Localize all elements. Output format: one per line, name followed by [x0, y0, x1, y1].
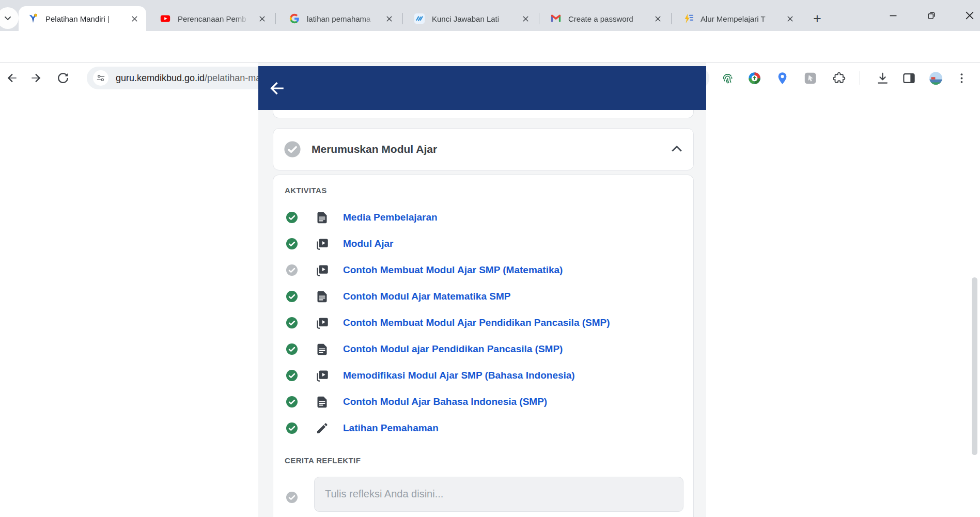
gmail-icon — [550, 13, 562, 24]
location-pin-icon — [775, 71, 789, 85]
activity-link[interactable]: Modul Ajar — [343, 238, 393, 249]
browser-window: Pelatihan Mandiri |Perencanaan Pemblatih… — [0, 0, 980, 517]
activity-done-icon — [286, 343, 298, 355]
activity-row[interactable]: Modul Ajar — [286, 231, 688, 257]
arrow-back-icon — [5, 71, 19, 85]
location-pin-extension-button[interactable] — [773, 69, 791, 87]
document-icon — [315, 290, 329, 304]
browser-tab-3[interactable]: latihan pemahama — [280, 6, 401, 31]
activity-row[interactable]: Contoh Modul Ajar Bahasa Indonesia (SMP) — [286, 389, 688, 415]
activity-link[interactable]: Media Pembelajaran — [343, 212, 438, 223]
video-icon — [315, 369, 329, 383]
tab-favicon — [682, 12, 694, 25]
module-card-header[interactable]: Merumuskan Modul Ajar — [273, 128, 694, 170]
activity-link[interactable]: Contoh Membuat Modul Ajar SMP (Matematik… — [343, 264, 563, 276]
tab-title: Perencanaan Pemb — [178, 14, 251, 23]
activity-link[interactable]: Contoh Membuat Modul Ajar Pendidikan Pan… — [343, 317, 610, 328]
tab-title: Create a password — [568, 14, 647, 23]
tab-search-button[interactable] — [0, 7, 19, 29]
activity-link[interactable]: Contoh Modul ajar Pendidikan Pancasila (… — [343, 343, 563, 355]
reflection-input[interactable] — [314, 477, 683, 512]
tab-close-button[interactable] — [382, 12, 396, 25]
activity-row[interactable]: Contoh Modul Ajar Matematika SMP — [286, 284, 688, 309]
site-info-button[interactable] — [93, 70, 108, 86]
close-icon — [385, 14, 394, 23]
tab-divider — [402, 13, 403, 24]
tab-close-button[interactable] — [783, 12, 797, 25]
tab-close-button[interactable] — [519, 12, 532, 25]
activity-row[interactable]: Memodifikasi Modul Ajar SMP (Bahasa Indo… — [286, 363, 688, 388]
side-panel-button[interactable] — [899, 69, 918, 87]
browser-tab-6[interactable]: Alur Mempelajari T — [674, 6, 802, 31]
new-tab-button[interactable]: + — [807, 8, 828, 29]
browser-tab-4[interactable]: Kunci Jawaban Lati — [405, 6, 537, 31]
tab-divider — [671, 13, 672, 24]
activity-row[interactable]: Contoh Membuat Modul Ajar SMP (Matematik… — [286, 257, 688, 283]
tab-close-button[interactable] — [255, 12, 269, 25]
tab-close-button[interactable] — [651, 12, 664, 25]
kebab-menu-icon — [955, 71, 969, 85]
check-circle-green-icon — [286, 238, 298, 250]
activity-link[interactable]: Memodifikasi Modul Ajar SMP (Bahasa Indo… — [343, 370, 575, 381]
close-icon — [130, 14, 139, 23]
activity-done-icon — [286, 369, 298, 382]
reflection-section-label: CERITA REFLEKTIF — [285, 456, 361, 465]
arrow-forward-icon — [29, 71, 43, 85]
scrollbar-thumb[interactable] — [972, 277, 977, 455]
arrow-back-button[interactable] — [2, 68, 22, 88]
tab-close-button[interactable] — [128, 12, 141, 25]
video-icon — [315, 237, 329, 251]
activity-done-icon — [286, 238, 298, 250]
arrow-left-icon — [268, 80, 286, 97]
tab-favicon — [413, 12, 426, 25]
puzzle-icon — [832, 71, 846, 85]
idm-extension-button[interactable] — [745, 69, 764, 87]
fingerprint-extension-button[interactable] — [718, 69, 737, 87]
previous-card-partial — [273, 110, 694, 118]
close-icon — [786, 14, 795, 23]
activity-row[interactable]: Media Pembelajaran — [286, 205, 688, 230]
back-button[interactable] — [266, 77, 288, 100]
tune-icon — [96, 73, 106, 83]
profile-avatar-button[interactable] — [926, 69, 945, 87]
browser-tab-1[interactable]: Pelatihan Mandiri | — [19, 6, 146, 31]
module-status-icon — [284, 140, 301, 158]
check-circle-green-icon — [286, 317, 298, 329]
activity-row[interactable]: Latihan Pemahaman — [286, 415, 688, 441]
activity-row[interactable]: Contoh Modul ajar Pendidikan Pancasila (… — [286, 336, 688, 362]
kunci-favicon — [414, 13, 425, 24]
document-icon — [315, 342, 329, 356]
window-close-icon — [964, 10, 975, 21]
video-icon — [315, 237, 329, 251]
puzzle-extension-button[interactable] — [830, 69, 848, 87]
activity-link[interactable]: Contoh Modul Ajar Bahasa Indonesia (SMP) — [343, 396, 547, 408]
browser-tab-2[interactable]: Perencanaan Pemb — [151, 6, 274, 31]
activity-done-icon — [286, 317, 298, 329]
check-circle-gray-icon — [286, 264, 298, 276]
arrow-forward-button[interactable] — [26, 68, 46, 88]
activity-pending-icon — [286, 264, 298, 276]
video-icon — [315, 369, 329, 383]
check-circle-green-icon — [286, 422, 298, 434]
kebab-menu-button[interactable] — [952, 69, 971, 87]
activity-link[interactable]: Contoh Modul Ajar Matematika SMP — [343, 291, 510, 302]
download-button[interactable] — [873, 69, 892, 87]
tab-strip: Pelatihan Mandiri |Perencanaan Pemblatih… — [0, 0, 980, 31]
close-icon — [258, 14, 267, 23]
url-domain: guru.kemdikbud.go.id — [116, 73, 205, 83]
activity-row[interactable]: Contoh Membuat Modul Ajar Pendidikan Pan… — [286, 310, 688, 336]
tab-title: Pelatihan Mandiri | — [45, 14, 123, 23]
pencil-icon — [315, 421, 329, 435]
alur-favicon — [682, 13, 694, 24]
window-close-button[interactable] — [958, 4, 980, 27]
reload-button[interactable] — [53, 68, 73, 88]
activity-link[interactable]: Latihan Pemahaman — [343, 422, 439, 434]
tab-favicon — [288, 12, 301, 25]
maximize-button[interactable] — [920, 4, 943, 27]
chevron-up-icon[interactable] — [670, 142, 684, 156]
document-icon — [315, 395, 329, 409]
clicker-extension-button[interactable] — [801, 69, 819, 87]
minimize-button[interactable] — [882, 4, 905, 27]
browser-tab-5[interactable]: Create a password — [541, 6, 670, 31]
check-circle-green-icon — [286, 290, 298, 303]
